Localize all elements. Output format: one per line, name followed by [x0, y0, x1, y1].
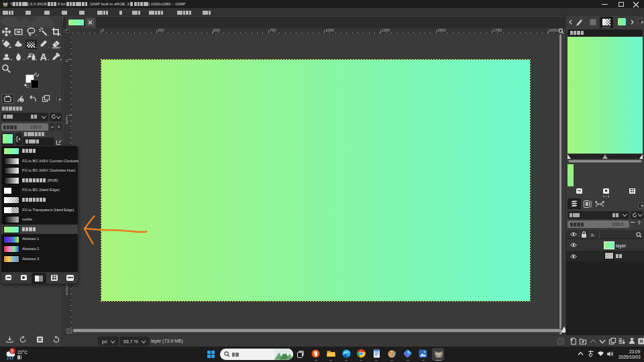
svg-text:A: A: [40, 52, 48, 61]
svg-text:o: o: [21, 99, 23, 103]
